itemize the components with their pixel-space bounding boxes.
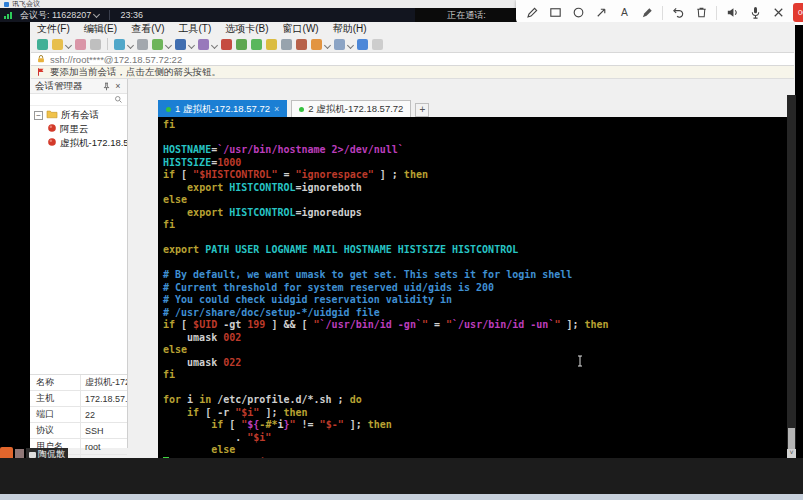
- session-icon: [47, 137, 57, 149]
- terminal-tab[interactable]: 1 虚拟机-172.18.57.72×: [158, 100, 287, 117]
- dropdown-caret-icon[interactable]: [65, 42, 72, 49]
- text-icon[interactable]: A: [616, 5, 632, 21]
- property-row: 主机172.18.57.72: [30, 391, 127, 407]
- scrollbar-thumb[interactable]: [788, 428, 795, 450]
- menu-item[interactable]: 选项卡(B): [225, 22, 268, 36]
- terminal-line: if [ "${-#*i}" != "$-" ]; then: [163, 419, 609, 432]
- paste-icon[interactable]: [90, 39, 101, 50]
- xshell-window: 文件(F)编辑(E)查看(V)工具(T)选项卡(B)窗口(W)帮助(H) ssh…: [30, 22, 795, 458]
- terminal-line: # By default, we want umask to get set. …: [163, 269, 609, 282]
- mic-icon[interactable]: [747, 5, 763, 21]
- menu-bar: 文件(F)编辑(E)查看(V)工具(T)选项卡(B)窗口(W)帮助(H): [33, 22, 793, 36]
- session-tree-item[interactable]: −所有会话: [30, 108, 127, 122]
- lock-icon[interactable]: [266, 39, 277, 50]
- dropdown-caret-icon[interactable]: [127, 42, 134, 49]
- reconnect-icon[interactable]: [114, 39, 125, 50]
- scrollbar-down-arrow[interactable]: ˅: [787, 449, 796, 458]
- menu-item[interactable]: 文件(F): [37, 22, 70, 36]
- toolbar-separator: [107, 38, 108, 50]
- property-value: SSH: [80, 423, 127, 438]
- tab-label: 2 虚拟机-172.18.57.72: [308, 103, 403, 116]
- badge-icon: [29, 452, 36, 458]
- compose-icon[interactable]: [198, 39, 209, 50]
- dropdown-caret-icon[interactable]: [324, 42, 331, 49]
- session-manager-panel: 会话管理器 × −所有会话阿里云虚拟机-172.18.57.72 名称虚拟机-1…: [30, 79, 128, 448]
- find-icon[interactable]: [137, 39, 148, 50]
- new-session-icon[interactable]: [37, 39, 48, 50]
- svg-text:A: A: [621, 7, 628, 18]
- color-scheme-icon[interactable]: [311, 39, 322, 50]
- session-tree: −所有会话阿里云虚拟机-172.18.57.72: [30, 106, 127, 150]
- hand-icon[interactable]: [372, 39, 383, 50]
- property-label: 主机: [30, 392, 80, 405]
- trash-icon[interactable]: [693, 5, 709, 21]
- terminal-line: fi: [163, 219, 609, 232]
- dropdown-caret-icon[interactable]: [165, 42, 172, 49]
- tab-close-icon[interactable]: ×: [274, 104, 279, 114]
- property-row: 协议SSH: [30, 423, 127, 439]
- close-icon[interactable]: [770, 5, 786, 21]
- session-manager-title: 会话管理器: [35, 80, 83, 93]
- fullscreen-icon[interactable]: [251, 39, 262, 50]
- capture-icon[interactable]: [236, 39, 247, 50]
- rect-icon[interactable]: [547, 5, 563, 21]
- new-tab-button[interactable]: +: [415, 103, 429, 117]
- property-row: 端口22: [30, 407, 127, 423]
- chevron-down-icon: [93, 10, 100, 17]
- undo-icon[interactable]: [670, 5, 686, 21]
- address-bar[interactable]: ssh://root****@172.18.57.72:22: [31, 52, 794, 66]
- menu-item[interactable]: 帮助(H): [333, 22, 367, 36]
- terminal-line: HISTSIZE=1000: [163, 157, 609, 170]
- terminal-line: else: [163, 444, 609, 457]
- globe-icon[interactable]: [175, 39, 186, 50]
- session-tree-item[interactable]: 虚拟机-172.18.57.72: [30, 136, 127, 150]
- open-folder-icon[interactable]: [52, 39, 63, 50]
- layout-icon[interactable]: [152, 39, 163, 50]
- dropdown-caret-icon[interactable]: [188, 42, 195, 49]
- property-label: 名称: [30, 376, 80, 389]
- transfer-icon[interactable]: [281, 39, 292, 50]
- property-value: 虚拟机-172.18...: [80, 375, 127, 390]
- terminal-line: . "$i": [163, 432, 609, 445]
- meeting-window-title: 讯飞会议: [12, 0, 40, 8]
- menu-item[interactable]: 窗口(W): [283, 22, 319, 36]
- session-icon: [47, 123, 57, 135]
- tree-expander-icon[interactable]: −: [34, 111, 43, 120]
- pin-icon[interactable]: [100, 80, 112, 92]
- terminal-line: [163, 382, 609, 395]
- circle-icon[interactable]: [570, 5, 586, 21]
- address-text: ssh://root****@172.18.57.72:22: [50, 54, 182, 65]
- terminal-line: # Current threshold for system reserved …: [163, 282, 609, 295]
- meeting-number[interactable]: 会议号: 11628207: [20, 9, 99, 22]
- dropdown-caret-icon[interactable]: [211, 42, 218, 49]
- menu-item[interactable]: 编辑(E): [84, 22, 117, 36]
- cut-icon[interactable]: [75, 39, 86, 50]
- end-meeting-button[interactable]: 00:09:37 结束: [793, 3, 803, 22]
- menu-item[interactable]: 查看(V): [131, 22, 164, 36]
- session-filter-row[interactable]: [30, 94, 127, 106]
- window-style-icon[interactable]: [334, 39, 345, 50]
- menu-item[interactable]: 工具(T): [178, 22, 211, 36]
- notice-bar: 要添加当前会话，点击左侧的箭头按钮。: [31, 66, 794, 79]
- close-panel-icon[interactable]: ×: [112, 80, 124, 92]
- tab-label: 1 虚拟机-172.18.57.72: [175, 103, 270, 116]
- pen-icon[interactable]: [524, 5, 540, 21]
- terminal-scrollbar[interactable]: ˅: [787, 95, 796, 458]
- folder-icon: [46, 109, 58, 121]
- property-value: 22: [80, 407, 127, 422]
- terminal-line: # You could check uidgid reservation val…: [163, 294, 609, 307]
- property-label: 端口: [30, 408, 80, 421]
- terminal[interactable]: fi HOSTNAME=`/usr/bin/hostname 2>/dev/nu…: [158, 117, 803, 480]
- dropdown-caret-icon[interactable]: [347, 42, 354, 49]
- terminal-line: else: [163, 344, 609, 357]
- help-icon[interactable]: [357, 39, 368, 50]
- session-tree-item[interactable]: 阿里云: [30, 122, 127, 136]
- launch-icon[interactable]: [296, 39, 307, 50]
- session-ball-icon[interactable]: [221, 39, 232, 50]
- flag-icon: [36, 67, 46, 77]
- meeting-bottom-bar: 麦克风摄像头 共享屏幕邀请成员 42A字幕聊天设置反馈: [0, 458, 803, 494]
- marker-icon[interactable]: [639, 5, 655, 21]
- speaker-icon[interactable]: [724, 5, 740, 21]
- terminal-tab[interactable]: 2 虚拟机-172.18.57.72: [291, 100, 411, 117]
- arrow-icon[interactable]: [593, 5, 609, 21]
